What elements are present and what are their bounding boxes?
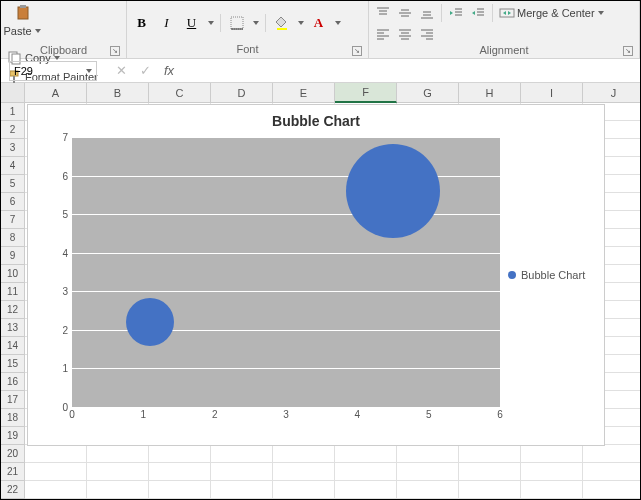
worksheet-grid[interactable]: ABCDEFGHIJ 12345678910111213141516171819… [1,83,640,499]
cell[interactable] [335,463,397,481]
column-header[interactable]: G [397,83,459,103]
fontcolor-dropdown-icon[interactable] [333,14,342,32]
chart-title[interactable]: Bubble Chart [28,105,604,133]
chart-legend[interactable]: Bubble Chart [508,269,598,281]
cell[interactable] [521,445,583,463]
cell[interactable] [87,445,149,463]
align-right-button[interactable] [417,25,437,43]
cell[interactable] [273,445,335,463]
row-header[interactable]: 5 [1,175,25,193]
cell[interactable] [583,445,640,463]
row-header[interactable]: 13 [1,319,25,337]
row-header[interactable]: 12 [1,301,25,319]
y-tick-label: 1 [62,363,68,374]
chevron-down-icon[interactable] [84,62,93,80]
align-left-button[interactable] [373,25,393,43]
decrease-indent-button[interactable] [446,4,466,22]
cell[interactable] [25,481,87,499]
row-header[interactable]: 15 [1,355,25,373]
cell[interactable] [25,463,87,481]
cell[interactable] [273,481,335,499]
cell[interactable] [149,481,211,499]
fill-dropdown-icon[interactable] [296,14,305,32]
column-header[interactable]: J [583,83,640,103]
cell[interactable] [397,463,459,481]
dialog-launcher-icon[interactable]: ↘ [623,46,633,56]
row-header[interactable]: 16 [1,373,25,391]
row-header[interactable]: 2 [1,121,25,139]
row-header[interactable]: 10 [1,265,25,283]
cell[interactable] [211,481,273,499]
borders-button[interactable] [226,13,248,33]
cancel-formula-icon[interactable]: ✕ [113,63,129,79]
paste-icon[interactable] [15,5,31,21]
cell[interactable] [211,463,273,481]
merge-center-button[interactable]: Merge & Center [497,3,608,23]
select-all-corner[interactable] [1,83,25,103]
column-header[interactable]: E [273,83,335,103]
row-header[interactable]: 17 [1,391,25,409]
underline-button[interactable]: U [181,13,203,33]
row-header[interactable]: 20 [1,445,25,463]
row-header[interactable]: 3 [1,139,25,157]
name-box[interactable]: F29 [9,61,97,81]
cell[interactable] [335,445,397,463]
cell[interactable] [521,463,583,481]
row-header[interactable]: 14 [1,337,25,355]
bubble-point[interactable] [346,144,440,238]
cell[interactable] [149,463,211,481]
dialog-launcher-icon[interactable]: ↘ [352,46,362,56]
enter-formula-icon[interactable]: ✓ [137,63,153,79]
row-header[interactable]: 4 [1,157,25,175]
bold-button[interactable]: B [131,13,153,33]
align-middle-button[interactable] [395,4,415,22]
fill-color-button[interactable] [271,13,293,33]
row-header[interactable]: 7 [1,211,25,229]
cell[interactable] [87,481,149,499]
column-header[interactable]: H [459,83,521,103]
row-header[interactable]: 8 [1,229,25,247]
align-center-button[interactable] [395,25,415,43]
cell[interactable] [583,481,640,499]
row-header[interactable]: 1 [1,103,25,121]
font-color-button[interactable]: A [308,13,330,33]
row-header[interactable]: 18 [1,409,25,427]
italic-button[interactable]: I [156,13,178,33]
cell[interactable] [87,463,149,481]
cell[interactable] [25,445,87,463]
row-header[interactable]: 6 [1,193,25,211]
bubble-point[interactable] [126,298,174,346]
paste-button[interactable]: Paste [1,21,44,41]
cell[interactable] [149,445,211,463]
cell[interactable] [397,445,459,463]
cell[interactable] [273,463,335,481]
cell[interactable] [459,445,521,463]
row-header[interactable]: 19 [1,427,25,445]
column-header[interactable]: I [521,83,583,103]
align-top-button[interactable] [373,4,393,22]
column-header[interactable]: D [211,83,273,103]
cell[interactable] [335,481,397,499]
chart-object[interactable]: Bubble Chart 01234567 0123456 Bubble Cha… [27,104,605,446]
cell[interactable] [583,463,640,481]
column-header[interactable]: F [335,83,397,103]
cell[interactable] [521,481,583,499]
dialog-launcher-icon[interactable]: ↘ [110,46,120,56]
column-header[interactable]: C [149,83,211,103]
increase-indent-button[interactable] [468,4,488,22]
row-header[interactable]: 22 [1,481,25,499]
underline-dropdown-icon[interactable] [206,14,215,32]
cell[interactable] [459,481,521,499]
row-header[interactable]: 11 [1,283,25,301]
cell[interactable] [397,481,459,499]
row-header[interactable]: 21 [1,463,25,481]
plot-area[interactable]: 01234567 0123456 [54,137,500,427]
cell[interactable] [211,445,273,463]
align-bottom-button[interactable] [417,4,437,22]
borders-dropdown-icon[interactable] [251,14,260,32]
column-header[interactable]: B [87,83,149,103]
row-header[interactable]: 9 [1,247,25,265]
cell[interactable] [459,463,521,481]
column-header[interactable]: A [25,83,87,103]
fx-icon[interactable]: fx [161,63,177,79]
